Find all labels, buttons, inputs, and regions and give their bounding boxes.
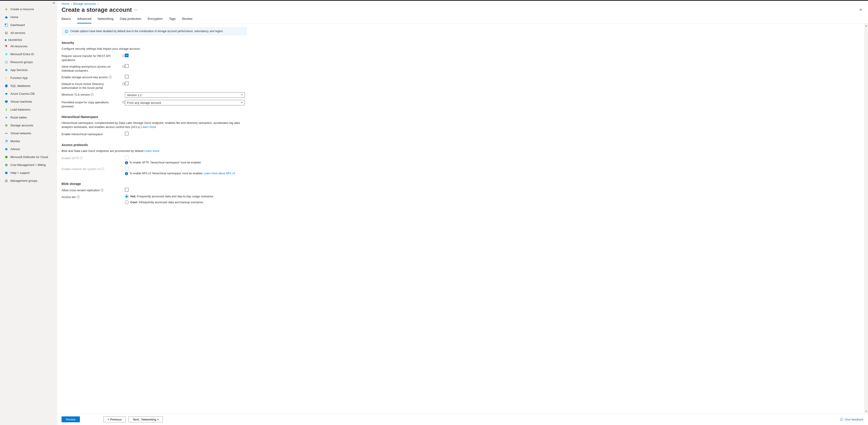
- sftp-hint-text: To enable SFTP, 'hierarchical namespace'…: [129, 161, 202, 164]
- sidebar-item-route-tables[interactable]: Route tables: [0, 113, 57, 121]
- tab-review[interactable]: Review: [182, 15, 192, 24]
- sidebar-item-monitor[interactable]: Monitor: [0, 137, 57, 145]
- sidebar-item-label: Virtual machines: [10, 100, 32, 103]
- row-nfs: Enable network file system v3i iTo enabl…: [62, 167, 247, 175]
- info-icon[interactable]: i: [122, 83, 125, 85]
- sidebar-item-microsoft-defender-for-cloud[interactable]: Microsoft Defender for Cloud: [0, 153, 57, 161]
- service-icon: ?: [4, 171, 8, 175]
- scroll-down-arrow-icon[interactable]: ▾: [866, 410, 867, 413]
- sidebar-item-virtual-networks[interactable]: Virtual networks: [0, 129, 57, 137]
- sidebar-item-all-resources[interactable]: All resources: [0, 42, 57, 50]
- sidebar-item-azure-cosmos-db[interactable]: Azure Cosmos DB: [0, 90, 57, 98]
- info-banner: Certain options have been disabled by de…: [62, 27, 247, 35]
- row-sftp: Enable SFTPi iTo enable SFTP, 'hierarchi…: [62, 156, 247, 164]
- tab-tags[interactable]: Tags: [169, 15, 176, 24]
- row-copy-scope: Permitted scope for copy operations (pre…: [62, 100, 247, 108]
- sidebar-item-sql-databases[interactable]: SQL databases: [0, 82, 57, 90]
- sidebar-item-advisor[interactable]: Advisor: [0, 145, 57, 153]
- sidebar-item-label: Home: [10, 15, 18, 19]
- wizard-footer: Review < Previous Next : Networking > Gi…: [57, 414, 868, 425]
- info-icon[interactable]: i: [122, 55, 125, 57]
- nfs-learn-more-link[interactable]: Learn more about NFS v3: [204, 172, 235, 175]
- sidebar-item-label: Help + support: [10, 171, 30, 174]
- checkbox-aad-default[interactable]: [125, 81, 128, 85]
- radio-hot[interactable]: [125, 195, 128, 198]
- checkbox-hns[interactable]: [125, 132, 128, 135]
- info-icon[interactable]: i: [101, 189, 103, 192]
- previous-button[interactable]: < Previous: [103, 416, 126, 422]
- svg-rect-4: [5, 46, 6, 47]
- tab-basics[interactable]: Basics: [62, 15, 71, 24]
- give-feedback-link[interactable]: Give feedback: [840, 418, 864, 421]
- sidebar-item-dashboard[interactable]: Dashboard: [0, 21, 57, 29]
- select-copy-scope[interactable]: From any storage account: [125, 100, 245, 105]
- svg-rect-30: [66, 31, 67, 32]
- sidebar-item-label: Virtual networks: [10, 132, 31, 135]
- sidebar-item-load-balancers[interactable]: Load balancers: [0, 105, 57, 113]
- access-learn-more-link[interactable]: Learn more: [144, 149, 159, 153]
- review-button[interactable]: Review: [62, 416, 80, 422]
- content-area: Home › Storage accounts › Create a stora…: [57, 1, 868, 425]
- next-button[interactable]: Next : Networking >: [128, 416, 163, 422]
- row-aad-default: Default to Azure Active Directory author…: [62, 81, 247, 90]
- info-icon[interactable]: i: [122, 101, 125, 103]
- scroll-rail[interactable]: ▴ ▾: [864, 24, 868, 414]
- sidebar-item-microsoft-entra-id[interactable]: Microsoft Entra ID: [0, 50, 57, 58]
- sidebar-collapse-toggle[interactable]: [0, 1, 57, 5]
- hns-learn-more-link[interactable]: Learn more: [141, 125, 156, 129]
- tab-networking[interactable]: Networking: [98, 15, 114, 24]
- scroll-up-arrow-icon[interactable]: ▴: [866, 24, 867, 27]
- tab-data-protection[interactable]: Data protection: [120, 15, 142, 24]
- label-aad-default: Default to Azure Active Directory author…: [62, 82, 121, 90]
- sidebar-item-create-resource[interactable]: Create a resource: [0, 5, 57, 13]
- radio-cool[interactable]: [125, 200, 128, 204]
- sidebar-item-storage-accounts[interactable]: Storage accounts: [0, 121, 57, 129]
- info-icon[interactable]: i: [80, 157, 83, 159]
- select-min-tls[interactable]: Version 1.2: [125, 92, 245, 98]
- label-hns: Enable hierarchical namespace: [62, 132, 102, 136]
- select-value: From any storage account: [127, 101, 161, 104]
- page-more-button[interactable]: ⋯: [134, 8, 137, 12]
- breadcrumb-storage-accounts[interactable]: Storage accounts: [73, 2, 96, 5]
- svg-rect-3: [6, 45, 7, 46]
- info-icon[interactable]: i: [122, 65, 125, 68]
- svg-rect-6: [5, 61, 7, 63]
- service-icon: [4, 92, 8, 96]
- row-min-tls: Minimum TLS versioni Version 1.2: [62, 92, 247, 98]
- radio-hot-row[interactable]: Hot: Frequently accessed data and day-to…: [125, 195, 247, 198]
- sidebar-item-label: SQL databases: [10, 84, 31, 88]
- close-blade-button[interactable]: ✕: [858, 6, 864, 13]
- sidebar-item-label: Microsoft Defender for Cloud: [10, 155, 48, 159]
- svg-text:?: ?: [6, 172, 7, 174]
- radio-cool-row[interactable]: Cool: Infrequently accessed data and bac…: [125, 200, 247, 204]
- info-icon[interactable]: i: [91, 93, 93, 96]
- sidebar-item-virtual-machines[interactable]: Virtual machines: [0, 98, 57, 105]
- svg-point-9: [5, 93, 7, 95]
- sidebar-item-all-services[interactable]: All services: [0, 29, 57, 37]
- sidebar-item-app-services[interactable]: App Services: [0, 66, 57, 74]
- checkbox-cross-tenant[interactable]: [125, 188, 128, 192]
- chevron-right-icon: ›: [97, 2, 98, 5]
- sidebar-item-resource-groups[interactable]: Resource groups: [0, 58, 57, 66]
- tab-advanced[interactable]: Advanced: [77, 15, 91, 24]
- svg-point-18: [6, 133, 7, 134]
- sidebar-item-function-app[interactable]: Function App: [0, 74, 57, 82]
- service-icon: [4, 53, 8, 56]
- info-icon[interactable]: i: [101, 167, 104, 170]
- sidebar-item-cost-management-billing[interactable]: $Cost Management + Billing: [0, 161, 57, 169]
- section-hns-heading: Hierarchical Namespace: [62, 115, 864, 119]
- info-icon[interactable]: i: [77, 196, 80, 198]
- sidebar-item-management-groups[interactable]: Management groups: [0, 177, 57, 185]
- info-icon[interactable]: i: [109, 76, 112, 78]
- sidebar-item-help-support[interactable]: ?Help + support: [0, 169, 57, 177]
- plus-icon: [4, 7, 8, 11]
- svg-rect-12: [6, 103, 7, 103]
- tab-encryption[interactable]: Encryption: [148, 15, 163, 24]
- checkbox-anon-access[interactable]: [125, 64, 128, 68]
- service-icon: [4, 44, 8, 48]
- svg-point-20: [5, 148, 7, 150]
- checkbox-secure-transfer[interactable]: [125, 54, 128, 57]
- sidebar-item-home[interactable]: Home: [0, 13, 57, 21]
- breadcrumb-home[interactable]: Home: [62, 2, 69, 5]
- checkbox-key-access[interactable]: [125, 75, 128, 78]
